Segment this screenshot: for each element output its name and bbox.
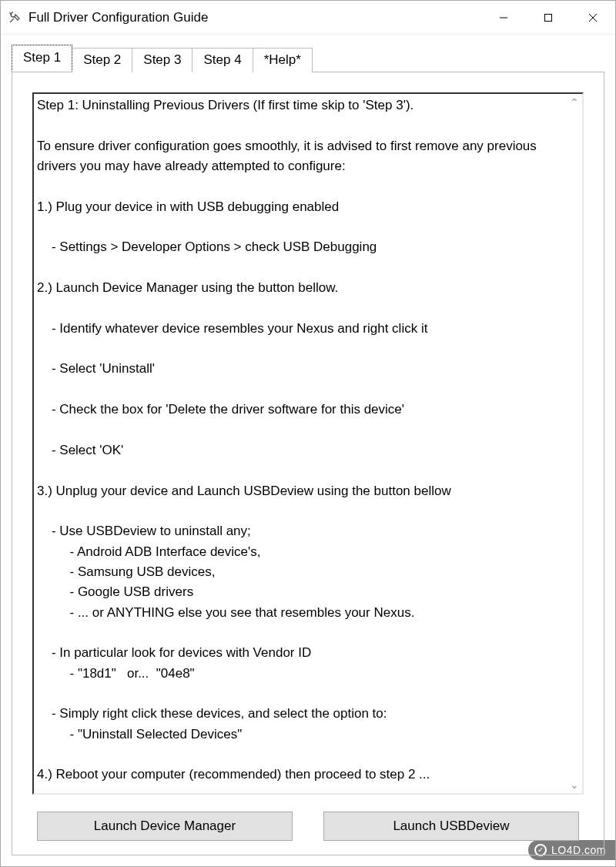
- tab-step-2[interactable]: Step 2: [72, 48, 132, 72]
- svg-rect-1: [545, 14, 552, 21]
- tab-panel: Step 1: Uninstalling Previous Drivers (I…: [12, 72, 604, 855]
- content-area: Step 1 Step 2 Step 3 Step 4 *Help* Step …: [1, 35, 615, 866]
- minimize-button[interactable]: [481, 1, 526, 34]
- tab-strip: Step 1 Step 2 Step 3 Step 4 *Help*: [12, 45, 604, 72]
- tab-step-3[interactable]: Step 3: [132, 48, 192, 72]
- window-title: Full Driver Configuration Guide: [28, 10, 481, 25]
- tab-step-4[interactable]: Step 4: [192, 48, 253, 72]
- scroll-down-icon[interactable]: ⌄: [568, 779, 581, 790]
- scroll-up-icon[interactable]: ⌃: [568, 97, 581, 108]
- wrench-screwdriver-icon: [7, 10, 22, 25]
- tab-help[interactable]: *Help*: [253, 48, 313, 72]
- button-row: Launch Device Manager Launch USBDeview: [32, 812, 584, 841]
- app-window: Full Driver Configuration Guide Step 1 S…: [0, 0, 616, 867]
- tab-step-1[interactable]: Step 1: [12, 45, 72, 72]
- launch-usbdeview-button[interactable]: Launch USBDeview: [323, 812, 579, 841]
- window-controls: [481, 1, 615, 34]
- instructions-container: Step 1: Uninstalling Previous Drivers (I…: [32, 92, 584, 795]
- titlebar: Full Driver Configuration Guide: [1, 1, 615, 35]
- instructions-text[interactable]: Step 1: Uninstalling Previous Drivers (I…: [32, 92, 584, 795]
- maximize-button[interactable]: [526, 1, 571, 34]
- close-button[interactable]: [571, 1, 615, 34]
- launch-device-manager-button[interactable]: Launch Device Manager: [37, 812, 293, 841]
